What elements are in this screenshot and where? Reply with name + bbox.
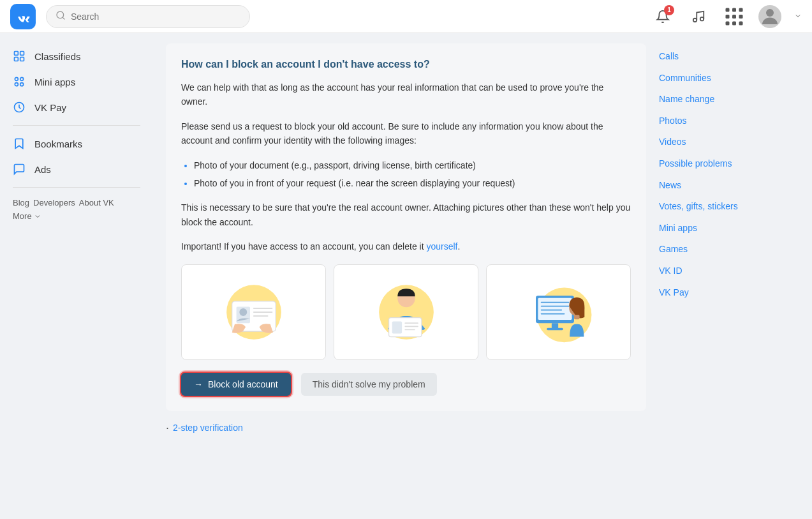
right-sidebar-communities[interactable]: Communities: [659, 68, 799, 89]
content-area: How can I block an account I don't have …: [166, 43, 646, 509]
sidebar-item-vk-pay[interactable]: VK Pay: [0, 94, 153, 120]
svg-rect-14: [15, 52, 18, 56]
sidebar-divider: [13, 125, 140, 126]
svg-rect-6: [739, 8, 743, 11]
svg-rect-45: [547, 327, 563, 329]
no-solve-label: This didn't solve my problem: [313, 379, 425, 389]
bullet-item-2: Photo of you in front of your request (i…: [194, 176, 631, 190]
help-paragraph-2: Please send us a request to block your o…: [181, 119, 631, 148]
about-vk-link[interactable]: About VK: [79, 198, 114, 207]
two-step-label: 2-step verification: [173, 423, 243, 433]
chevron-down-icon: [34, 213, 41, 220]
block-old-account-button[interactable]: → Block old account: [181, 373, 291, 396]
svg-point-2: [693, 18, 697, 22]
sidebar-item-mini-apps[interactable]: Mini apps: [0, 69, 153, 94]
search-icon: [55, 10, 66, 22]
left-sidebar: Classifieds Mini apps VK Pay Bookmarks: [0, 33, 153, 519]
sidebar-item-label: Classifieds: [34, 51, 81, 62]
right-sidebar-calls[interactable]: Calls: [659, 46, 799, 68]
svg-rect-9: [739, 15, 743, 19]
vk-logo[interactable]: [10, 4, 36, 29]
svg-point-13: [766, 9, 774, 17]
avatar[interactable]: [758, 5, 781, 28]
no-solve-button[interactable]: This didn't solve my problem: [301, 373, 437, 396]
mini-apps-icon: [13, 75, 26, 88]
right-sidebar-photos[interactable]: Photos: [659, 110, 799, 132]
svg-rect-47: [574, 315, 580, 319]
ads-icon: [13, 163, 26, 176]
blog-link[interactable]: Blog: [13, 198, 29, 207]
svg-point-19: [20, 77, 24, 80]
right-sidebar-possible-problems[interactable]: Possible problems: [659, 153, 799, 175]
avatar-icon: [758, 5, 781, 28]
help-paragraph-1: We can help with that as long as the acc…: [181, 80, 631, 109]
sidebar-item-classifieds[interactable]: Classifieds: [0, 43, 153, 69]
vk-logo-icon: [15, 9, 31, 24]
svg-point-20: [15, 83, 18, 86]
help-card-title: How can I block an account I don't have …: [181, 59, 631, 70]
developers-link[interactable]: Developers: [33, 198, 75, 207]
right-sidebar-videos[interactable]: Videos: [659, 132, 799, 153]
yourself-link[interactable]: yourself: [426, 241, 457, 252]
right-sidebar-vk-pay[interactable]: VK Pay: [659, 282, 799, 304]
apps-grid-button[interactable]: [723, 5, 746, 28]
svg-point-26: [239, 308, 247, 316]
sidebar-divider-2: [13, 187, 140, 188]
illustration-images: [181, 264, 631, 360]
bullet-list: Photo of your document (e.g., passport, …: [194, 158, 631, 191]
right-sidebar-games[interactable]: Games: [659, 239, 799, 260]
classifieds-icon: [13, 50, 26, 63]
svg-rect-4: [726, 8, 730, 11]
arrow-right-icon: →: [194, 379, 203, 389]
header-icons: 1: [651, 5, 802, 28]
help-paragraph-3: This is necessary to be sure that you're…: [181, 200, 631, 229]
svg-line-1: [63, 17, 64, 19]
svg-rect-7: [726, 15, 730, 19]
search-bar[interactable]: [46, 5, 250, 28]
sidebar-item-label: Mini apps: [34, 77, 75, 87]
right-sidebar: Calls Communities Name change Photos Vid…: [659, 43, 799, 509]
svg-rect-5: [732, 8, 736, 11]
help-paragraph-4-suffix: .: [457, 241, 460, 252]
right-sidebar-mini-apps[interactable]: Mini apps: [659, 218, 799, 239]
right-sidebar-vk-id[interactable]: VK ID: [659, 260, 799, 282]
music-button[interactable]: [687, 5, 710, 28]
header: 1: [0, 0, 812, 33]
sidebar-footer: Blog Developers About VK More: [0, 193, 153, 226]
sidebar-item-label: Bookmarks: [34, 139, 82, 149]
person-computer-illustration: [486, 264, 631, 360]
svg-rect-33: [392, 321, 401, 333]
actions-row: → Block old account This didn't solve my…: [181, 373, 631, 396]
svg-rect-16: [15, 57, 18, 61]
notifications-button[interactable]: 1: [651, 5, 674, 28]
sidebar-item-ads[interactable]: Ads: [0, 156, 153, 182]
person-computer-svg: [520, 274, 597, 350]
avatar-chevron-icon[interactable]: [794, 11, 802, 22]
svg-point-18: [15, 77, 18, 80]
block-account-label: Block old account: [208, 379, 278, 389]
svg-point-3: [700, 17, 704, 20]
svg-rect-11: [732, 21, 736, 25]
sidebar-item-bookmarks[interactable]: Bookmarks: [0, 131, 153, 156]
document-illustration: [181, 264, 326, 360]
right-sidebar-votes-gifts[interactable]: Votes, gifts, stickers: [659, 196, 799, 218]
svg-rect-44: [551, 323, 557, 329]
search-input[interactable]: [71, 11, 240, 22]
notification-badge: 1: [664, 5, 674, 15]
svg-rect-10: [726, 21, 730, 25]
person-card-illustration: [334, 264, 478, 360]
right-sidebar-news[interactable]: News: [659, 175, 799, 197]
document-svg: [216, 274, 292, 350]
right-sidebar-name-change[interactable]: Name change: [659, 89, 799, 110]
two-step-verification-link[interactable]: 2-step verification: [166, 421, 646, 435]
help-paragraph-4-prefix: Important! If you have access to an acco…: [181, 241, 426, 252]
svg-rect-8: [732, 15, 736, 19]
sidebar-item-label: VK Pay: [34, 102, 66, 113]
sidebar-item-label: Ads: [34, 164, 51, 175]
svg-rect-17: [20, 57, 24, 61]
more-dropdown[interactable]: More: [13, 211, 41, 221]
music-icon: [691, 10, 705, 24]
bookmarks-icon: [13, 137, 26, 150]
bullet-item-1: Photo of your document (e.g., passport, …: [194, 158, 631, 172]
svg-point-21: [20, 83, 24, 86]
